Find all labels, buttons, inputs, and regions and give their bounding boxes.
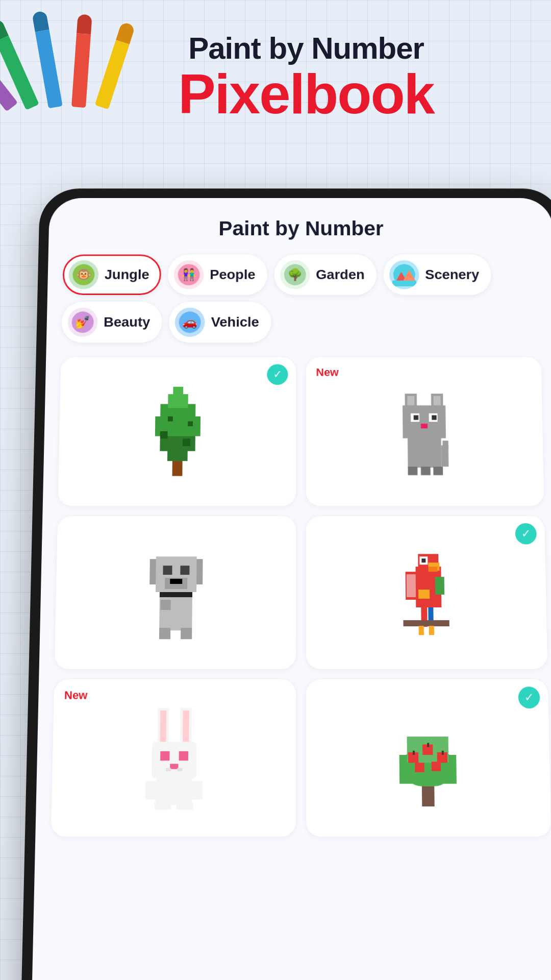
svg-rect-57 (180, 566, 189, 575)
svg-rect-98 (413, 751, 415, 755)
svg-rect-38 (408, 467, 417, 475)
svg-rect-32 (414, 415, 418, 420)
garden-icon: 🌳 (280, 260, 310, 289)
svg-rect-88 (177, 802, 193, 810)
svg-rect-100 (442, 751, 444, 755)
svg-rect-83 (177, 768, 182, 771)
svg-rect-51 (170, 579, 182, 584)
vehicle-label: Vehicle (211, 314, 259, 330)
people-label: People (210, 267, 256, 282)
category-garden[interactable]: 🌳 Garden (274, 255, 377, 295)
svg-rect-76 (160, 710, 166, 744)
pixel-apple-tree (391, 705, 465, 810)
svg-rect-68 (435, 577, 444, 595)
garden-label: Garden (316, 267, 364, 282)
svg-rect-24 (188, 421, 193, 426)
svg-rect-56 (163, 566, 172, 575)
svg-rect-87 (155, 802, 171, 810)
svg-rect-82 (166, 768, 171, 771)
svg-rect-81 (170, 764, 178, 769)
svg-rect-20 (173, 387, 183, 398)
app-header: Paint by Number (48, 198, 551, 250)
pixel-rabbit (140, 705, 208, 810)
art-card-apple-tree[interactable]: ✓ (306, 679, 551, 837)
pixel-cat (389, 384, 460, 479)
phone-screen: Paint by Number 🐵 Jungle 👫 (32, 198, 551, 980)
svg-rect-85 (145, 781, 157, 799)
app-tagline: Paint by Number (61, 31, 551, 66)
svg-rect-55 (181, 628, 192, 639)
art-card-cat[interactable]: New (306, 357, 544, 506)
svg-rect-86 (191, 781, 203, 799)
svg-rect-96 (415, 763, 424, 772)
svg-rect-67 (418, 590, 430, 599)
svg-rect-35 (417, 428, 421, 431)
category-jungle[interactable]: 🐵 Jungle (62, 255, 161, 295)
jungle-label: Jungle (104, 267, 149, 282)
svg-rect-34 (421, 424, 428, 428)
svg-text:💅: 💅 (75, 315, 90, 329)
svg-rect-27 (407, 396, 414, 405)
pixel-parrot (390, 542, 462, 644)
category-beauty[interactable]: 💅 Beauty (61, 302, 162, 342)
svg-rect-66 (407, 574, 416, 597)
beauty-icon: 💅 (67, 308, 98, 337)
svg-rect-39 (421, 467, 431, 475)
svg-rect-37 (408, 437, 441, 468)
category-scenery[interactable]: Scenery (383, 255, 491, 295)
svg-rect-77 (183, 710, 189, 744)
svg-text:🐵: 🐵 (76, 267, 92, 282)
svg-rect-73 (429, 626, 434, 635)
svg-text:🚗: 🚗 (183, 315, 198, 329)
vehicle-icon: 🚗 (175, 308, 205, 337)
app-title: Pixelbook (61, 66, 551, 122)
svg-rect-29 (403, 405, 446, 438)
svg-rect-84 (156, 777, 192, 805)
new-badge-rabbit: New (64, 689, 88, 702)
svg-rect-42 (442, 440, 448, 449)
svg-rect-71 (403, 620, 449, 626)
svg-rect-64 (421, 558, 425, 562)
scenery-icon (389, 260, 419, 289)
svg-rect-54 (159, 628, 170, 639)
category-people[interactable]: 👫 People (168, 255, 267, 295)
svg-rect-62 (428, 567, 437, 572)
svg-rect-78 (152, 742, 196, 778)
category-vehicle[interactable]: 🚗 Vehicle (169, 302, 271, 342)
svg-rect-9 (392, 281, 416, 286)
art-card-dog[interactable] (55, 516, 296, 669)
svg-rect-40 (433, 467, 443, 475)
phone-frame: Paint by Number 🐵 Jungle 👫 (20, 188, 551, 980)
svg-text:👫: 👫 (182, 268, 197, 282)
completed-badge: ✓ (267, 364, 288, 385)
art-card-rabbit[interactable]: New (51, 679, 296, 837)
svg-rect-79 (160, 751, 169, 761)
art-card-parrot[interactable]: ✓ (306, 516, 547, 669)
beauty-label: Beauty (104, 314, 151, 330)
scenery-label: Scenery (425, 267, 479, 282)
svg-rect-23 (168, 416, 173, 422)
categories-bar: 🐵 Jungle 👫 People (46, 250, 551, 352)
svg-rect-22 (183, 438, 190, 446)
svg-rect-21 (160, 431, 168, 439)
svg-rect-80 (179, 751, 188, 761)
pixel-tree (142, 382, 213, 481)
screen-title: Paint by Number (68, 217, 534, 240)
title-area: Paint by Number Pixelbook (0, 31, 551, 122)
pixel-dog (140, 542, 212, 644)
jungle-icon: 🐵 (68, 260, 98, 289)
new-badge-cat: New (316, 366, 338, 379)
svg-rect-99 (427, 743, 429, 747)
svg-rect-97 (432, 762, 441, 771)
art-grid: ✓ New (35, 352, 551, 857)
svg-text:🌳: 🌳 (288, 268, 303, 282)
svg-rect-33 (432, 415, 436, 420)
svg-rect-58 (161, 600, 171, 610)
svg-rect-72 (419, 626, 424, 635)
art-card-tree[interactable]: ✓ (58, 357, 296, 506)
svg-rect-36 (428, 428, 432, 431)
completed-badge-parrot: ✓ (515, 523, 537, 545)
svg-rect-28 (434, 396, 441, 405)
people-icon: 👫 (174, 260, 204, 289)
completed-badge-apple-tree: ✓ (518, 687, 540, 708)
